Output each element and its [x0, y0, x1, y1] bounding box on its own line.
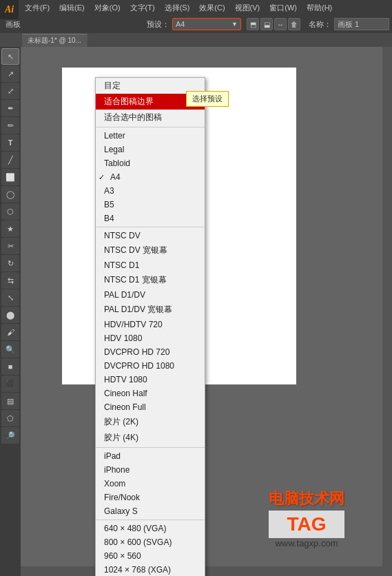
menu-bar: 文件(F) 编辑(E) 对象(O) 文字(T) 选择(S) 效果(C) 视图(V… — [0, 0, 392, 15]
dropdown-item-b4[interactable]: B4 — [96, 212, 205, 225]
watermark-tag: TAG — [287, 513, 326, 535]
artboard-name-input[interactable] — [334, 18, 389, 30]
menu-select[interactable]: 选择(S) — [161, 1, 194, 14]
toolbar-icon-delete[interactable]: 🗑 — [288, 18, 300, 30]
dropdown-item-dvcpro-1080[interactable]: DVCPRO HD 1080 — [96, 359, 205, 373]
tool-transform[interactable]: ⤢ — [1, 83, 19, 99]
dropdown-item-film-2k[interactable]: 胶片 (2K) — [96, 414, 205, 430]
menu-file[interactable]: 文件(F) — [21, 1, 54, 14]
app-logo: Ai — [0, 0, 19, 19]
dropdown-item-ntsc-d1[interactable]: NTSC D1 — [96, 258, 205, 272]
menu-view[interactable]: 视图(V) — [231, 1, 265, 14]
watermark: 电脑技术网 TAG www.tagxp.com — [269, 488, 344, 548]
toolbar-icons: ⬒ ⬓ ↔ 🗑 — [247, 18, 300, 30]
dropdown-item-b5[interactable]: B5 — [96, 198, 205, 212]
scrollbar-vertical[interactable] — [382, 47, 392, 576]
toolbar-icon-1[interactable]: ⬒ — [247, 18, 259, 30]
dropdown-item-legal[interactable]: Legal — [96, 143, 205, 156]
tool-rect[interactable]: ⬜ — [1, 169, 19, 185]
tool-artboard[interactable]: ▤ — [1, 393, 19, 409]
dropdown-item-svga[interactable]: 800 × 600 (SVGA) — [96, 535, 205, 549]
dropdown-item-ipad[interactable]: iPad — [96, 449, 205, 463]
dropdown-item-pal-d1-wide[interactable]: PAL D1/DV 宽银幕 — [96, 302, 205, 318]
dropdown-item-hdtv-1080[interactable]: HDTV 1080 — [96, 373, 205, 387]
dropdown-item-galaxy-s[interactable]: Galaxy S — [96, 504, 205, 518]
menu-object[interactable]: 对象(O) — [90, 1, 125, 14]
divider-1 — [96, 127, 205, 127]
tool-pen[interactable]: ✒ — [1, 100, 19, 116]
doc-tab-row: 未标题-1* @ 10... — [0, 33, 392, 47]
tool-rotate[interactable]: ↻ — [1, 255, 19, 271]
doc-tab[interactable]: 未标题-1* @ 10... — [22, 34, 87, 47]
preset-label: 预设： — [147, 19, 169, 30]
dropdown-item-hdv-1080[interactable]: HDV 1080 — [96, 331, 205, 345]
dropdown-item-fit-art[interactable]: 适合图稿边界 — [96, 94, 205, 110]
dropdown-item-xga[interactable]: 1024 × 768 (XGA) — [96, 563, 205, 576]
dropdown-item-ntsc-dv[interactable]: NTSC DV — [96, 229, 205, 243]
dropdown-item-xoom[interactable]: Xoom — [96, 477, 205, 491]
dropdown-item-a4[interactable]: A4 — [96, 170, 205, 184]
toolbar-row: 画板 预设： A4 ▼ ⬒ ⬓ ↔ 🗑 名称： — [0, 15, 392, 33]
dropdown-item-tabloid[interactable]: Tabloid — [96, 156, 205, 170]
dropdown-item-iphone[interactable]: iPhone — [96, 463, 205, 477]
dropdown-item-letter[interactable]: Letter — [96, 129, 205, 143]
canvas-area: 目定 适合图稿边界 适合选中的图稿 Letter Legal Tabloid — [21, 47, 392, 576]
watermark-tag-bg: TAG — [269, 511, 344, 538]
menu-edit[interactable]: 编辑(E) — [55, 1, 89, 14]
dropdown-item-custom[interactable]: 目定 — [96, 78, 205, 94]
tool-slice[interactable]: ⬠ — [1, 410, 19, 426]
divider-4 — [96, 520, 205, 520]
main-layout: ↖ ↗ ⤢ ✒ ✏ T ╱ ⬜ ◯ ⬡ ★ ✂ ↻ ⇆ ⤡ ⬤ 🖌 🔍 ■ ⬛ … — [0, 47, 392, 576]
tool-eyedrop[interactable]: 🔍 — [1, 341, 19, 358]
dropdown-item-hdv-720[interactable]: HDV/HDTV 720 — [96, 318, 205, 331]
dropdown-item-cineon-full[interactable]: Cineon Full — [96, 400, 205, 414]
panel-label: 画板 — [3, 19, 23, 30]
menu-effect[interactable]: 效果(C) — [195, 1, 229, 14]
tool-scissors[interactable]: ✂ — [1, 238, 19, 254]
dropdown-item-cineon-half[interactable]: Cineon Half — [96, 387, 205, 400]
preset-dropdown[interactable]: A4 ▼ — [172, 18, 241, 30]
tool-scale[interactable]: ⤡ — [1, 289, 19, 306]
divider-2 — [96, 227, 205, 227]
tool-blend[interactable]: ⬤ — [1, 307, 19, 323]
dropdown-item-960[interactable]: 960 × 560 — [96, 549, 205, 563]
watermark-line1: 电脑技术网 — [269, 488, 344, 509]
tool-gradient[interactable]: ■ — [1, 358, 19, 375]
dropdown-item-vga[interactable]: 640 × 480 (VGA) — [96, 522, 205, 535]
tool-direct-select[interactable]: ↗ — [1, 65, 19, 82]
dropdown-item-film-4k[interactable]: 胶片 (4K) — [96, 430, 205, 446]
dropdown-item-ntsc-dv-wide[interactable]: NTSC DV 宽银幕 — [96, 243, 205, 258]
watermark-url: www.tagxp.com — [269, 538, 344, 548]
preset-value: A4 — [176, 20, 230, 28]
menu-text[interactable]: 文字(T) — [126, 1, 159, 14]
dropdown-item-fire-nook[interactable]: Fire/Nook — [96, 491, 205, 504]
toolbox: ↖ ↗ ⤢ ✒ ✏ T ╱ ⬜ ◯ ⬡ ★ ✂ ↻ ⇆ ⤡ ⬤ 🖌 🔍 ■ ⬛ … — [0, 47, 21, 576]
dropdown-item-a3[interactable]: A3 — [96, 184, 205, 198]
toolbar-icon-3[interactable]: ↔ — [274, 18, 287, 30]
tool-brush[interactable]: ✏ — [1, 117, 19, 134]
tool-line[interactable]: ╱ — [1, 152, 19, 168]
tool-ellipse[interactable]: ◯ — [1, 186, 19, 203]
menu-help[interactable]: 帮助(H) — [302, 1, 336, 14]
tool-reflect[interactable]: ⇆ — [1, 272, 19, 289]
tool-polygon[interactable]: ⬡ — [1, 203, 19, 220]
dropdown-item-ntsc-d1-wide[interactable]: NTSC D1 宽银幕 — [96, 272, 205, 288]
tool-paint[interactable]: 🖌 — [1, 324, 19, 340]
tool-star[interactable]: ★ — [1, 220, 19, 237]
dropdown-arrow-icon: ▼ — [231, 21, 238, 28]
toolbar-icon-2[interactable]: ⬓ — [260, 18, 273, 30]
menu-window[interactable]: 窗口(W) — [265, 1, 301, 14]
tool-text[interactable]: T — [1, 134, 19, 151]
dropdown-item-pal-d1[interactable]: PAL D1/DV — [96, 288, 205, 302]
dropdown-item-dvcpro-720[interactable]: DVCPRO HD 720 — [96, 345, 205, 359]
app-logo-text: Ai — [5, 4, 14, 15]
tool-mesh[interactable]: ⬛ — [1, 376, 19, 392]
preset-dropdown-menu[interactable]: 目定 适合图稿边界 适合选中的图稿 Letter Legal Tabloid — [95, 77, 205, 576]
tool-select[interactable]: ↖ — [1, 48, 19, 65]
name-label: 名称： — [309, 19, 331, 30]
tool-zoom[interactable]: 🔎 — [1, 427, 19, 444]
dropdown-item-fit-selected[interactable]: 适合选中的图稿 — [96, 110, 205, 125]
scrollbar-horizontal[interactable] — [21, 566, 392, 576]
divider-3 — [96, 447, 205, 448]
